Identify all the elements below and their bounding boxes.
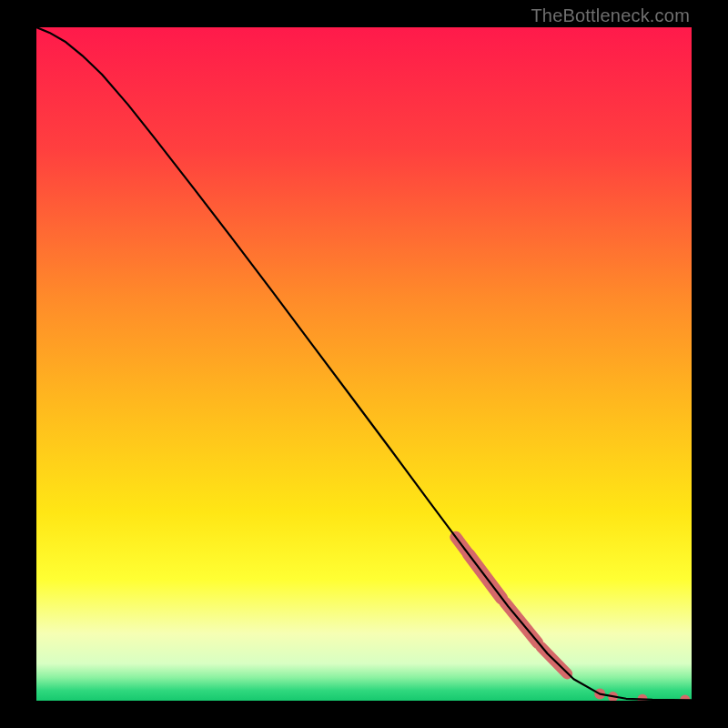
watermark-text: TheBottleneck.com [531,5,690,26]
plot-area [36,27,692,701]
chart-svg [36,27,692,701]
gradient-background [36,27,692,701]
chart-frame: TheBottleneck.com [0,0,728,728]
